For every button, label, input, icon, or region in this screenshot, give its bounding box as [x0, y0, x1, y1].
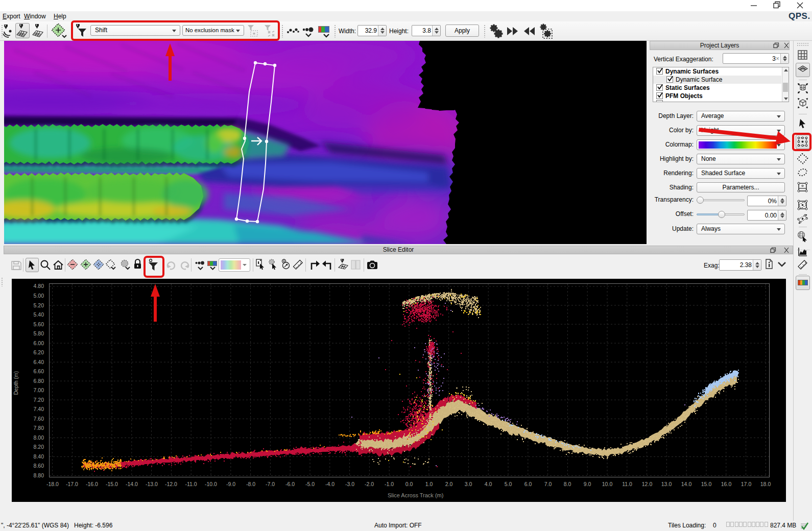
svg-text:-10.0: -10.0	[205, 481, 217, 487]
svg-text:11.0: 11.0	[622, 481, 632, 487]
svg-text:-11.0: -11.0	[185, 481, 197, 487]
svg-text:7.20: 7.20	[34, 397, 44, 403]
svg-text:-3.0: -3.0	[345, 481, 354, 487]
svg-text:6.60: 6.60	[34, 368, 44, 374]
svg-text:4.80: 4.80	[34, 283, 44, 289]
svg-text:P: P	[155, 264, 157, 269]
svg-text:7.60: 7.60	[34, 416, 44, 422]
svg-text:9.0: 9.0	[584, 481, 591, 487]
svg-text:8.60: 8.60	[34, 463, 44, 469]
svg-text:7.00: 7.00	[34, 387, 44, 393]
svg-text:-1.0: -1.0	[385, 481, 394, 487]
svg-text:1.0: 1.0	[425, 481, 433, 487]
svg-text:-7.0: -7.0	[266, 481, 275, 487]
svg-text:14.0: 14.0	[681, 481, 692, 487]
svg-text:7.0: 7.0	[544, 481, 552, 487]
svg-text:-9.0: -9.0	[226, 481, 235, 487]
svg-text:-5.0: -5.0	[305, 481, 315, 487]
svg-text:-18.0: -18.0	[46, 481, 59, 487]
svg-text:6.00: 6.00	[34, 340, 44, 346]
svg-text:-2.0: -2.0	[365, 481, 374, 487]
svg-text:-16.0: -16.0	[86, 481, 98, 487]
svg-text:5.00: 5.00	[34, 293, 44, 299]
svg-text:-17.0: -17.0	[66, 481, 78, 487]
svg-text:12.0: 12.0	[642, 481, 653, 487]
svg-text:-14.0: -14.0	[126, 481, 138, 487]
svg-text:4.0: 4.0	[485, 481, 492, 487]
svg-text:5.40: 5.40	[34, 311, 44, 318]
svg-text:7.40: 7.40	[34, 406, 44, 412]
svg-text:6.80: 6.80	[34, 378, 44, 384]
svg-text:-8.0: -8.0	[246, 481, 255, 487]
svg-text:6.40: 6.40	[34, 359, 44, 365]
svg-text:-15.0: -15.0	[106, 481, 118, 487]
svg-text:-13.0: -13.0	[146, 481, 158, 487]
svg-text:3.0: 3.0	[465, 481, 472, 487]
svg-text:5.0: 5.0	[505, 481, 512, 487]
svg-text:8.20: 8.20	[34, 444, 44, 450]
svg-text:-12.0: -12.0	[165, 481, 177, 487]
svg-text:13.0: 13.0	[661, 481, 672, 487]
svg-text:2.0: 2.0	[445, 481, 453, 487]
svg-text:0.0: 0.0	[405, 481, 413, 487]
svg-text:8.80: 8.80	[34, 472, 44, 478]
svg-text:P: P	[83, 31, 86, 36]
svg-text:5.20: 5.20	[34, 302, 44, 308]
svg-text:6.0: 6.0	[524, 481, 532, 487]
svg-text:8.0: 8.0	[564, 481, 571, 487]
svg-text:-6.0: -6.0	[285, 481, 295, 487]
svg-text:8.40: 8.40	[34, 453, 44, 460]
svg-text:15.0: 15.0	[701, 481, 712, 487]
svg-text:Depth (m): Depth (m)	[13, 371, 19, 395]
svg-text:16.0: 16.0	[721, 481, 732, 487]
svg-text:8.00: 8.00	[34, 435, 44, 441]
svg-text:10.0: 10.0	[602, 481, 613, 487]
svg-text:17.0: 17.0	[741, 481, 752, 487]
svg-text:Slice Across Track (m): Slice Across Track (m)	[388, 492, 443, 498]
svg-text:6.20: 6.20	[34, 349, 44, 355]
svg-text:18.0: 18.0	[760, 481, 771, 487]
svg-text:-4.0: -4.0	[325, 481, 335, 487]
svg-text:7.80: 7.80	[34, 425, 44, 431]
svg-text:5.80: 5.80	[34, 330, 44, 336]
svg-text:5.60: 5.60	[34, 321, 44, 327]
